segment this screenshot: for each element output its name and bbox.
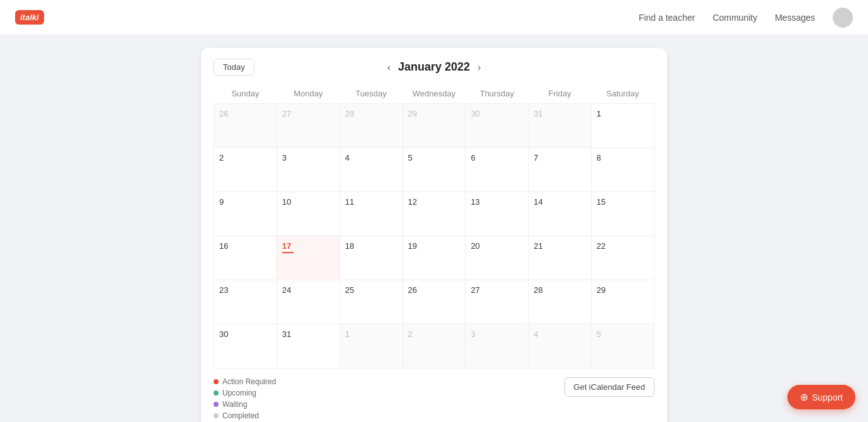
legend-label: Waiting (222, 400, 248, 409)
weekday-row: Sunday Monday Tuesday Wednesday Thursday… (214, 84, 654, 104)
navbar: italki Find a teacher Community Messages (0, 0, 868, 35)
calendar-cell[interactable]: 26 (214, 104, 277, 148)
date-number: 3 (471, 329, 475, 339)
calendar-cell[interactable]: 8 (591, 148, 654, 192)
date-number: 9 (219, 197, 224, 207)
calendar-cell[interactable]: 27 (277, 104, 340, 148)
calendar-cell[interactable]: 4 (528, 324, 591, 368)
calendar-week-0: 2627282930311 (214, 104, 654, 148)
today-button[interactable]: Today (214, 59, 254, 76)
calendar-cell[interactable]: 22 (591, 236, 654, 280)
calendar-cell[interactable]: 28 (528, 280, 591, 324)
calendar-header: Today ‹ January 2022 › (214, 60, 654, 74)
calendar-cell[interactable]: 16 (214, 236, 277, 280)
date-number: 11 (345, 197, 354, 207)
legend-item-2: Waiting (214, 400, 276, 409)
weekday-sunday: Sunday (214, 84, 277, 104)
date-number: 28 (345, 109, 354, 118)
calendar-cell[interactable]: 3 (465, 324, 528, 368)
find-teacher-link[interactable]: Find a teacher (639, 13, 695, 23)
calendar-cell[interactable]: 1 (591, 104, 654, 148)
date-number: 30 (219, 329, 228, 339)
calendar-week-5: 303112345 (214, 324, 654, 368)
calendar-cell[interactable]: 10 (277, 192, 340, 236)
calendar-cell[interactable]: 31 (277, 324, 340, 368)
calendar-cell[interactable]: 27 (465, 280, 528, 324)
calendar-cell[interactable]: 17 (277, 236, 340, 280)
legend: Action RequiredUpcomingWaitingCompleted (214, 377, 276, 420)
calendar-cell[interactable]: 25 (340, 280, 403, 324)
calendar-cell[interactable]: 9 (214, 192, 277, 236)
calendar-cell[interactable]: 23 (214, 280, 277, 324)
date-number: 6 (471, 153, 475, 163)
date-number: 24 (282, 285, 291, 295)
calendar-cell[interactable]: 6 (465, 148, 528, 192)
avatar[interactable] (833, 8, 853, 28)
calendar-cell[interactable]: 4 (340, 148, 403, 192)
date-number: 29 (408, 109, 417, 118)
messages-link[interactable]: Messages (775, 13, 815, 23)
calendar-cell[interactable]: 2 (214, 148, 277, 192)
date-number: 25 (345, 285, 354, 295)
calendar-cell[interactable]: 7 (528, 148, 591, 192)
legend-item-1: Upcoming (214, 389, 276, 397)
calendar-cell[interactable]: 29 (591, 280, 654, 324)
date-number: 21 (534, 241, 542, 251)
today-underline (282, 252, 294, 253)
date-number: 18 (345, 241, 354, 251)
legend-dot (214, 379, 219, 384)
calendar-cell[interactable]: 11 (340, 192, 403, 236)
legend-item-0: Action Required (214, 377, 276, 386)
calendar-cell[interactable]: 20 (465, 236, 528, 280)
calendar-cell[interactable]: 2 (403, 324, 465, 368)
date-number: 2 (219, 153, 224, 163)
date-number: 30 (471, 109, 479, 118)
calendar-cell[interactable]: 19 (403, 236, 465, 280)
date-number: 10 (282, 197, 291, 207)
logo-text: italki (15, 10, 44, 25)
calendar-cell[interactable]: 29 (403, 104, 465, 148)
date-number: 29 (597, 285, 605, 295)
date-number: 2 (408, 329, 413, 339)
calendar-footer: Action RequiredUpcomingWaitingCompleted … (214, 377, 654, 420)
calendar-cell[interactable]: 13 (465, 192, 528, 236)
date-number: 7 (534, 153, 538, 163)
calendar-cell[interactable]: 1 (340, 324, 403, 368)
community-link[interactable]: Community (712, 13, 757, 23)
calendar-cell[interactable]: 5 (403, 148, 465, 192)
calendar-grid: Sunday Monday Tuesday Wednesday Thursday… (214, 84, 654, 368)
date-number: 13 (471, 197, 479, 207)
calendar-cell[interactable]: 14 (528, 192, 591, 236)
ical-button[interactable]: Get iCalendar Feed (564, 377, 654, 397)
next-month-button[interactable]: › (470, 62, 488, 73)
calendar-cell[interactable]: 26 (403, 280, 465, 324)
calendar-cell[interactable]: 3 (277, 148, 340, 192)
date-number: 5 (597, 329, 601, 339)
calendar-cell[interactable]: 24 (277, 280, 340, 324)
calendar-cell[interactable]: 30 (214, 324, 277, 368)
calendar-cell[interactable]: 18 (340, 236, 403, 280)
support-button[interactable]: ⊕ Support (787, 385, 855, 409)
date-number: 26 (219, 109, 228, 118)
date-number: 27 (282, 109, 291, 118)
date-number: 1 (345, 329, 350, 339)
legend-dot (214, 391, 219, 396)
date-number: 20 (471, 241, 479, 251)
date-number: 19 (408, 241, 417, 251)
calendar-cell[interactable]: 30 (465, 104, 528, 148)
calendar-cell[interactable]: 5 (591, 324, 654, 368)
legend-dot (214, 413, 219, 418)
weekday-thursday: Thursday (465, 84, 528, 104)
prev-month-button[interactable]: ‹ (380, 62, 398, 73)
calendar-week-2: 9101112131415 (214, 192, 654, 236)
calendar-cell[interactable]: 31 (528, 104, 591, 148)
calendar-cell[interactable]: 12 (403, 192, 465, 236)
support-icon: ⊕ (800, 391, 808, 403)
calendar-cell[interactable]: 15 (591, 192, 654, 236)
main-content: Today ‹ January 2022 › Sunday Monday Tue… (0, 35, 868, 422)
calendar-cell[interactable]: 21 (528, 236, 591, 280)
legend-label: Upcoming (222, 389, 256, 397)
date-number: 27 (471, 285, 479, 295)
calendar-cell[interactable]: 28 (340, 104, 403, 148)
date-number: 31 (534, 109, 542, 118)
